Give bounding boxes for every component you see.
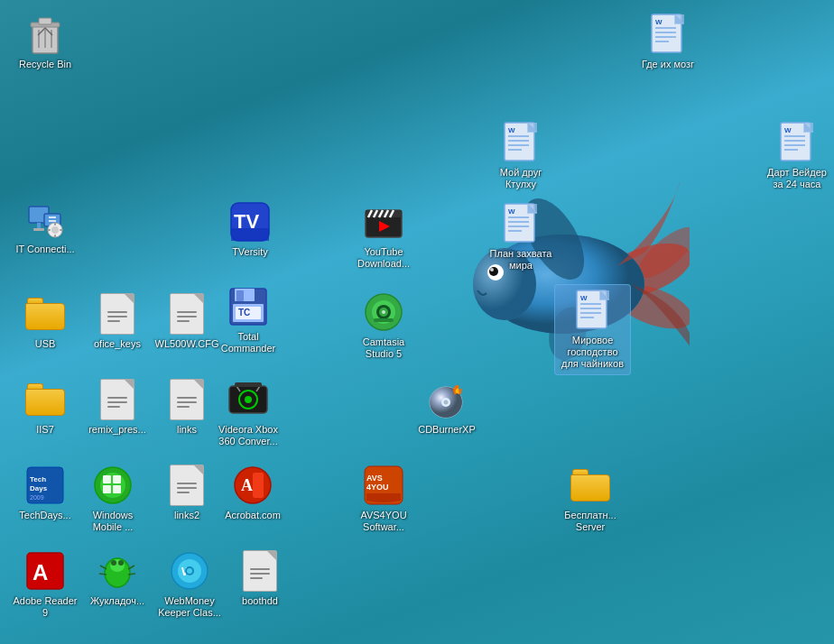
links2-icon[interactable]: links2	[151, 460, 223, 525]
plan-zahvata-label: План захвата мира	[488, 248, 553, 271]
remix-pres-image	[96, 378, 139, 421]
svg-point-86	[382, 310, 385, 314]
svg-point-25	[51, 226, 59, 234]
svg-rect-29	[60, 229, 62, 231]
videora-icon[interactable]: Videora Xbox 360 Conver...	[212, 374, 284, 451]
links-image	[165, 378, 208, 421]
avs4you-icon[interactable]: AVS 4YOU AVS4YOU Softwar...	[348, 460, 420, 537]
links-label: links	[177, 424, 197, 436]
svg-text:W: W	[655, 18, 663, 26]
svg-point-70	[187, 568, 192, 574]
gde-ih-mozg-label: Где их мозг	[642, 59, 694, 70]
svg-text:Days: Days	[30, 484, 48, 492]
svg-point-60	[111, 560, 116, 566]
dart-veider-icon[interactable]: W Дарт Вейдер за 24 часа	[761, 117, 833, 194]
moi-drug-label: Мой друг Ктулху	[488, 167, 553, 190]
besplatn-label: Бесплатн... Server	[558, 510, 623, 533]
webmoney-image: W	[168, 549, 211, 593]
svg-point-38	[245, 396, 252, 403]
usb-folder-image	[23, 292, 67, 336]
cdburner-icon[interactable]: CDBurnerXP	[411, 374, 483, 439]
adobe-reader-icon[interactable]: A Adobe Reader 9	[9, 546, 81, 622]
besplatn-image	[569, 464, 612, 507]
svg-text:2009: 2009	[30, 494, 44, 501]
svg-rect-28	[48, 229, 51, 231]
svg-rect-126	[803, 123, 813, 133]
usb-folder-icon[interactable]: USB	[9, 289, 81, 354]
gde-ih-mozg-image: W	[646, 13, 690, 56]
it-connect-icon[interactable]: IT Connecti...	[9, 194, 81, 259]
svg-rect-20	[33, 228, 44, 231]
recycle-bin-icon[interactable]: Recycle Bin	[9, 9, 81, 74]
iis7-image	[23, 378, 67, 421]
techdays-label: TechDays...	[19, 510, 70, 521]
svg-text:4YOU: 4YOU	[366, 483, 389, 492]
cdburner-image	[425, 378, 468, 421]
svg-rect-46	[103, 475, 111, 483]
dart-veider-image: W	[775, 121, 819, 164]
boothdd-label: boothdd	[242, 595, 278, 607]
besplatn-icon[interactable]: Бесплатн... Server	[554, 460, 626, 537]
it-connect-label: IT Connecti...	[15, 244, 74, 255]
tversity-image: TV	[228, 200, 272, 244]
svg-rect-14	[39, 18, 51, 24]
svg-rect-73	[231, 228, 269, 241]
total-commander-image: TC	[227, 285, 270, 328]
zhukla-image	[96, 549, 139, 593]
acrobat-icon[interactable]: A Acrobat.com	[217, 460, 289, 525]
tversity-label: TVersity	[232, 246, 268, 258]
links2-label: links2	[174, 510, 199, 521]
gde-ih-mozg-icon[interactable]: W Где их мозг	[632, 9, 704, 74]
moi-drug-icon[interactable]: W Мой друг Ктулху	[485, 117, 557, 194]
total-commander-label: Total Commander	[216, 331, 281, 354]
techdays-icon[interactable]: Tech Days 2009 TechDays...	[9, 460, 81, 525]
dart-veider-label: Дарт Вейдер за 24 часа	[764, 167, 829, 190]
youtube-dl-image	[362, 200, 405, 244]
moi-drug-image: W	[499, 121, 542, 164]
avs4you-label: AVS4YOU Softwar...	[351, 510, 416, 533]
plan-zahvata-image: W	[499, 202, 542, 245]
remix-pres-label: remix_pres...	[88, 424, 146, 436]
boothdd-icon[interactable]: boothdd	[224, 546, 296, 611]
camtasia-label: Camtasia Studio 5	[351, 336, 416, 360]
svg-rect-48	[103, 485, 111, 493]
svg-rect-19	[37, 223, 41, 228]
total-commander-icon[interactable]: TC Total Commander	[212, 281, 284, 358]
svg-rect-49	[113, 485, 121, 493]
svg-line-63	[99, 574, 107, 575]
recycle-bin-image	[23, 13, 67, 56]
it-connect-image	[23, 198, 67, 241]
recycle-bin-label: Recycle Bin	[19, 59, 71, 70]
svg-rect-52	[253, 473, 264, 498]
webmoney-icon[interactable]: W WebMoney Keeper Clas...	[153, 546, 226, 622]
adobe-reader-image: A	[23, 549, 67, 593]
svg-text:W: W	[508, 126, 515, 134]
svg-rect-87	[374, 318, 394, 322]
svg-rect-102	[527, 204, 537, 214]
remix-pres-icon[interactable]: remix_pres...	[81, 374, 153, 439]
youtube-dl-label: YouTube Download...	[351, 246, 416, 270]
ofice-keys-label: ofice_keys	[94, 338, 141, 350]
iis7-icon[interactable]: IIS7	[9, 374, 81, 439]
svg-rect-94	[527, 123, 537, 133]
ofice-keys-icon[interactable]: ofice_keys	[81, 289, 153, 354]
svg-text:TC: TC	[238, 308, 250, 317]
svg-rect-32	[236, 290, 244, 301]
mirovoe-icon[interactable]: W Мировое господство для чайников	[554, 284, 631, 375]
windows-mobile-image	[91, 464, 134, 507]
windows-mobile-label: Windows Mobile ...	[80, 510, 145, 533]
svg-text:W: W	[580, 294, 588, 302]
links2-image	[165, 464, 208, 507]
svg-text:Tech: Tech	[30, 475, 46, 483]
boothdd-image	[238, 549, 282, 593]
youtube-dl-icon[interactable]: YouTube Download...	[348, 197, 420, 273]
mirovoe-image: W	[571, 289, 615, 332]
mirovoe-label: Мировое господство для чайников	[559, 335, 626, 371]
camtasia-icon[interactable]: Camtasia Studio 5	[348, 287, 420, 363]
webmoney-label: WebMoney Keeper Clas...	[157, 595, 222, 619]
tversity-icon[interactable]: TV TVersity	[214, 197, 286, 262]
windows-mobile-icon[interactable]: Windows Mobile ...	[77, 460, 149, 537]
svg-point-91	[444, 400, 449, 405]
zhukla-icon[interactable]: Жукладоч...	[81, 546, 153, 611]
plan-zahvata-icon[interactable]: W План захвата мира	[485, 198, 557, 275]
